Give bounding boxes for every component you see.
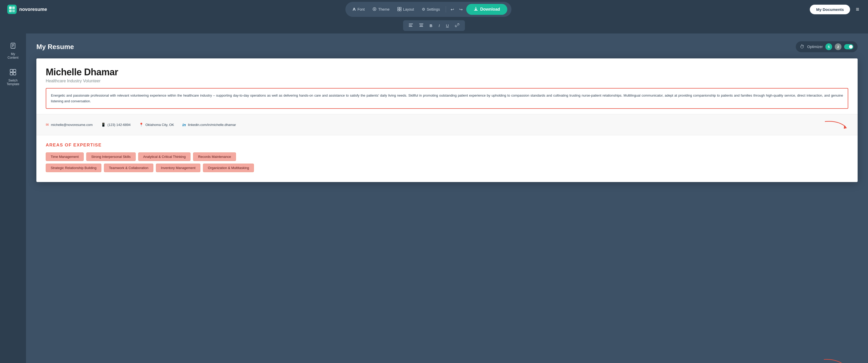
my-documents-button[interactable]: My Documents xyxy=(810,5,850,14)
font-button[interactable]: 𝗔 Font xyxy=(349,5,368,13)
contact-row: ✉ michelle@novoresume.com 📱 (123) 142-68… xyxy=(36,114,858,135)
skill-relationship: Strategic Relationship Building xyxy=(46,164,101,172)
expertise-heading: AREAS OF EXPERTISE xyxy=(46,142,848,148)
svg-rect-15 xyxy=(11,43,15,48)
svg-marker-24 xyxy=(844,125,847,129)
svg-rect-14 xyxy=(420,26,423,27)
candidate-name[interactable]: Michelle Dhamar xyxy=(46,67,848,78)
svg-rect-2 xyxy=(9,10,12,12)
redo-button[interactable]: ↪ xyxy=(457,5,465,13)
hamburger-icon: ≡ xyxy=(856,6,859,12)
skill-critical-thinking: Analytical & Critical Thinking xyxy=(138,153,191,161)
link-button[interactable] xyxy=(453,22,462,29)
skill-interpersonal: Strong Interpersonal Skills xyxy=(86,153,136,161)
align-center-button[interactable] xyxy=(416,22,426,29)
download-icon xyxy=(473,6,478,12)
font-icon: 𝗔 xyxy=(353,7,356,12)
contact-phone: 📱 (123) 142-6894 xyxy=(101,123,131,127)
logo-area: novoresume xyxy=(7,5,47,14)
svg-rect-7 xyxy=(398,9,399,11)
location-icon: 📍 xyxy=(139,123,144,127)
format-toolbar: B I U xyxy=(0,19,868,33)
italic-button[interactable]: I xyxy=(436,22,442,29)
skill-records: Records Maintenance xyxy=(193,153,236,161)
svg-rect-12 xyxy=(419,24,423,24)
candidate-title[interactable]: Healthcare Industry Volunteer xyxy=(46,79,848,84)
theme-button[interactable]: Theme xyxy=(369,5,393,13)
switch-template-icon xyxy=(10,69,17,77)
email-value: michelle@novoresume.com xyxy=(51,123,93,127)
sidebar-item-my-content[interactable]: My Content xyxy=(2,39,24,63)
svg-rect-11 xyxy=(409,26,412,27)
underline-button[interactable]: U xyxy=(443,22,452,29)
summary-section: Michelle Dhamar Healthcare Industry Volu… xyxy=(36,58,858,114)
location-value: Oklahoma City, OK xyxy=(146,123,174,127)
settings-icon: ⚙ xyxy=(422,7,425,12)
skills-row-1: Time Management Strong Interpersonal Ski… xyxy=(46,153,848,161)
contact-linkedin: in linkedin.com/in/michelle.dhamar xyxy=(182,123,236,127)
my-content-icon xyxy=(10,42,17,51)
svg-rect-13 xyxy=(420,25,423,26)
my-content-label: My Content xyxy=(6,52,20,60)
optimizer-label: Optimizer xyxy=(807,45,823,49)
navbar: novoresume 𝗔 Font Theme xyxy=(0,0,868,19)
bold-button[interactable]: B xyxy=(427,22,435,29)
skills-row-2: Strategic Relationship Building Teamwork… xyxy=(46,164,848,172)
logo-icon xyxy=(7,5,17,14)
contact-location: 📍 Oklahoma City, OK xyxy=(139,123,174,127)
main-content: My Content Switch Template My Resume ⏱ O… xyxy=(0,33,868,363)
optimizer-badge-gray: 2 xyxy=(835,43,841,50)
toolbar-center: 𝗔 Font Theme Layout xyxy=(345,2,512,17)
optimizer-toggle[interactable] xyxy=(844,44,854,50)
svg-rect-6 xyxy=(400,7,401,9)
optimizer-icon: ⏱ xyxy=(800,44,805,50)
summary-text: Energetic and passionate professional wi… xyxy=(51,93,843,104)
phone-icon: 📱 xyxy=(101,123,105,127)
page-title: My Resume xyxy=(36,43,74,51)
navbar-right: My Documents ≡ xyxy=(810,4,861,14)
logo-text: novoresume xyxy=(19,7,47,12)
phone-value: (123) 142-6894 xyxy=(107,123,131,127)
svg-rect-0 xyxy=(9,6,12,9)
contact-arrow xyxy=(822,119,848,130)
skill-teamwork: Teamwork & Collaboration xyxy=(104,164,153,172)
svg-rect-20 xyxy=(13,69,16,72)
optimizer-bar: ⏱ Optimizer 5 2 xyxy=(796,41,858,52)
linkedin-value: linkedin.com/in/michelle.dhamar xyxy=(188,123,236,127)
linkedin-icon: in xyxy=(182,123,186,127)
settings-button[interactable]: ⚙ Settings xyxy=(418,5,443,13)
theme-icon xyxy=(372,7,377,12)
summary-box[interactable]: Energetic and passionate professional wi… xyxy=(46,88,848,109)
skill-inventory: Inventory Management xyxy=(156,164,200,172)
format-toolbar-inner: B I U xyxy=(403,20,465,31)
layout-icon xyxy=(397,7,402,12)
layout-button[interactable]: Layout xyxy=(394,5,417,13)
skill-organization: Organization & Multitasking xyxy=(203,164,254,172)
sidebar-item-switch-template[interactable]: Switch Template xyxy=(2,65,24,90)
optimizer-badge-green: 5 xyxy=(826,43,832,50)
svg-rect-21 xyxy=(10,72,13,75)
side-panel: My Content Switch Template xyxy=(0,33,26,363)
undo-button[interactable]: ↩ xyxy=(448,5,456,13)
resume-document: Michelle Dhamar Healthcare Industry Volu… xyxy=(36,58,858,182)
svg-rect-5 xyxy=(398,7,399,9)
skill-time-management: Time Management xyxy=(46,153,84,161)
svg-rect-1 xyxy=(12,6,15,9)
contact-email: ✉ michelle@novoresume.com xyxy=(46,123,93,127)
download-button[interactable]: Download xyxy=(466,4,507,15)
svg-rect-19 xyxy=(10,69,13,72)
switch-template-label: Switch Template xyxy=(6,79,20,86)
editor-area: My Resume ⏱ Optimizer 5 2 Michelle Dhama… xyxy=(26,33,868,363)
svg-rect-8 xyxy=(400,9,401,11)
svg-rect-10 xyxy=(409,25,412,26)
hamburger-button[interactable]: ≡ xyxy=(854,4,861,14)
email-icon: ✉ xyxy=(46,123,49,127)
align-left-button[interactable] xyxy=(406,22,415,29)
svg-rect-9 xyxy=(409,24,413,24)
svg-rect-3 xyxy=(12,10,15,12)
svg-rect-22 xyxy=(13,72,16,75)
expertise-section: AREAS OF EXPERTISE Time Management Stron… xyxy=(36,135,858,182)
editor-header: My Resume ⏱ Optimizer 5 2 xyxy=(36,41,858,52)
undo-redo-group: ↩ ↪ xyxy=(448,5,465,13)
